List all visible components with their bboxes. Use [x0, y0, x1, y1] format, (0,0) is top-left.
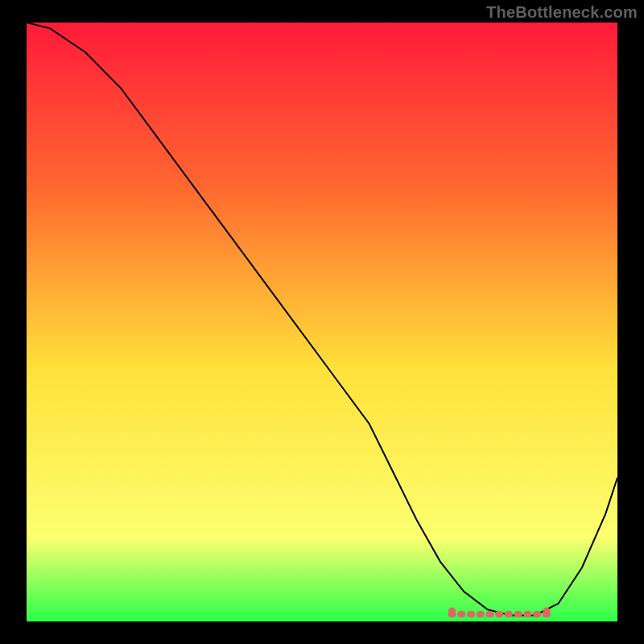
- flat-marker-dot: [457, 611, 465, 617]
- flat-marker-dot: [477, 611, 485, 617]
- flat-marker-dot: [514, 611, 522, 617]
- flat-marker-dot: [505, 611, 513, 617]
- gradient-background: [27, 23, 617, 621]
- flat-marker-end: [543, 608, 550, 615]
- flat-marker-dot: [467, 611, 475, 617]
- flat-marker-end: [448, 608, 456, 615]
- flat-marker-dot: [486, 611, 494, 617]
- flat-marker-dot: [495, 611, 503, 617]
- flat-marker-dot: [533, 611, 541, 617]
- watermark-label: TheBottleneck.com: [486, 3, 638, 22]
- flat-marker-dot: [523, 611, 531, 617]
- chart-plot-area: [27, 23, 617, 621]
- chart-stage: TheBottleneck.com: [0, 0, 644, 644]
- chart-svg: [27, 23, 617, 621]
